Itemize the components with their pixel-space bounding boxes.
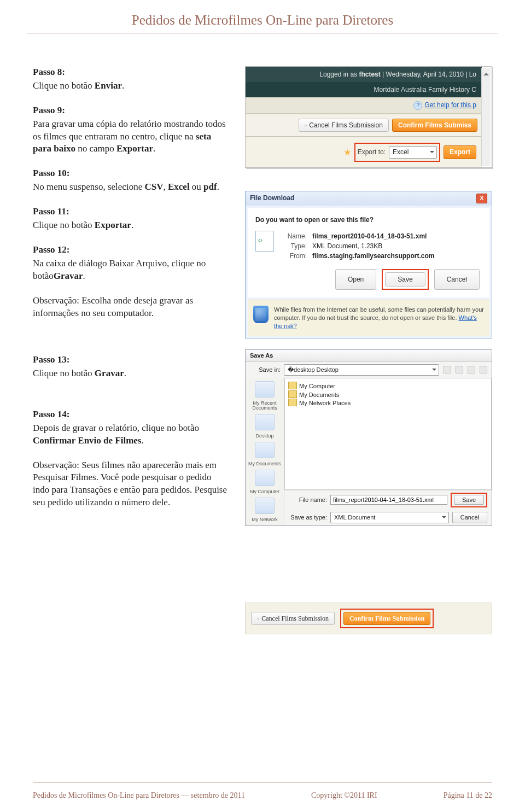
instruction-column: Passo 8: Clique no botão Enviar. Passo 9… (33, 66, 230, 634)
logged-in-user: fhctest (359, 71, 380, 78)
cancel-films-button[interactable]: ◦Cancel Films Submission (299, 119, 389, 132)
doc-header-title: Pedidos de Microfilmes On-Line para Dire… (33, 11, 492, 30)
step-10-b3: pdf (203, 182, 217, 192)
from-key: From: (281, 252, 307, 260)
step-8-title: Passo 8: (33, 66, 230, 79)
list-item[interactable]: My Computer (288, 382, 488, 390)
step-10-t1: No menu suspenso, selecione (33, 182, 144, 192)
nav-up-icon[interactable] (456, 366, 463, 373)
saveas-cancel-button[interactable]: Cancel (452, 512, 487, 523)
step-13-b1: Gravar (95, 368, 124, 378)
step-12-tail: . (83, 271, 85, 281)
nav-views-icon[interactable] (480, 366, 487, 373)
save-in-select[interactable]: �desktop Desktop (284, 364, 439, 376)
place-docs-icon[interactable] (255, 442, 275, 458)
step-13-tail: . (124, 368, 126, 378)
step-14-title: Passo 14: (33, 408, 230, 421)
place-computer-label: My Computer (250, 489, 279, 494)
dialog-title: File Download (250, 194, 294, 202)
step-10-tail: . (217, 182, 219, 192)
confirm-highlight: Confirm Films Submission (340, 609, 434, 628)
step-10-t2: , (163, 182, 168, 192)
save-highlight: Save (382, 269, 428, 290)
save-as-title: Save As (246, 350, 492, 362)
step-12-title: Passo 12: (33, 244, 230, 256)
note-a-lead: Observação: (33, 295, 79, 306)
type-value: XML Document, 1.23KB (312, 242, 382, 250)
help-link[interactable]: Get help for this p (424, 101, 476, 109)
footer-rule (33, 782, 492, 782)
place-computer-icon[interactable] (255, 470, 275, 486)
login-tail: | Lo (464, 71, 476, 78)
header-rule (27, 33, 498, 33)
file-type-label: Save as type: (289, 513, 327, 522)
logged-in-prefix: Logged in as (319, 71, 359, 78)
place-desktop-icon[interactable] (255, 414, 275, 430)
name-value: films_report2010-04-14_18-03-51.xml (312, 232, 427, 241)
place-recent-label: My Recent Documents (246, 401, 284, 411)
save-in-value: Desktop (317, 366, 339, 373)
scrollbar[interactable] (481, 68, 491, 166)
confirm-films-button[interactable]: Confirm Films Submiss (392, 119, 477, 132)
file-type-select[interactable]: XML Document (330, 512, 449, 523)
login-sep: | (381, 71, 386, 78)
note-a: Observação: Escolha onde deseja gravar a… (33, 295, 230, 320)
step-14: Passo 14: Depois de gravar o relatório, … (33, 408, 230, 447)
export-row: ★ Export to: Excel Export (246, 137, 482, 167)
step-13-t1: Clique no botão (33, 368, 95, 378)
from-value: films.staging.familysearchsupport.com (312, 252, 434, 260)
step-8: Passo 8: Clique no botão Enviar. (33, 66, 230, 92)
step-11-t1: Clique no botão (33, 220, 95, 230)
export-select[interactable]: Excel (389, 146, 437, 158)
step-12-b1: Gravar (54, 271, 83, 281)
file-type-icon (255, 231, 274, 252)
save-button[interactable]: Save (385, 272, 425, 287)
step-8-text: Clique no botão (33, 80, 95, 91)
page-footer: Pedidos de Microfilmes On-Line para Dire… (33, 791, 492, 801)
nav-back-icon[interactable] (444, 366, 451, 373)
open-button[interactable]: Open (335, 269, 376, 290)
file-name-input[interactable] (330, 495, 447, 505)
step-8-tail: . (122, 80, 124, 91)
confirm-films-button-2[interactable]: Confirm Films Submission (343, 612, 430, 625)
step-14-b1: Confirmar Envio de Filmes (33, 435, 141, 446)
save-as-dialog: Save As Save in: �desktop Desktop My Rec… (245, 349, 492, 526)
places-sidebar: My Recent Documents Desktop My Documents… (246, 378, 284, 525)
export-highlight: Export to: Excel (354, 143, 440, 161)
place-desktop-label: Desktop (255, 434, 273, 439)
help-icon: ? (413, 101, 422, 110)
place-docs-label: My Documents (248, 462, 281, 466)
step-11-b1: Exportar (95, 220, 131, 230)
note-b: Observação: Seus filmes não aparecerão m… (33, 459, 230, 510)
file-download-dialog: File Download X Do you want to open or s… (245, 191, 492, 338)
login-date: Wednesday, April 14, 2010 (386, 71, 464, 78)
saveas-save-button[interactable]: Save (454, 495, 484, 505)
export-button[interactable]: Export (444, 145, 476, 159)
place-network-icon[interactable] (255, 498, 275, 514)
footer-center: Copyright ©2011 IRI (311, 791, 377, 801)
header-login-bar: Logged in as fhctest | Wednesday, April … (246, 67, 482, 82)
close-icon[interactable]: X (476, 194, 487, 203)
cancel-button[interactable]: Cancel (434, 269, 480, 290)
step-9: Passo 9: Para gravar uma cópia do relató… (33, 104, 230, 156)
step-9-tail: . (153, 143, 155, 154)
screenshot-confirm-bar: ◦Cancel Films Submission Confirm Films S… (245, 603, 492, 634)
step-13: Passo 13: Clique no botão Gravar. (33, 354, 230, 380)
step-14-t1: Depois de gravar o relatório, clique no … (33, 423, 199, 433)
step-10-t3: ou (190, 182, 204, 192)
step-10-title: Passo 10: (33, 167, 230, 180)
list-item[interactable]: My Network Places (288, 399, 488, 407)
shield-icon (253, 306, 269, 323)
step-9-title: Passo 9: (33, 104, 230, 117)
step-9-mid: no campo (75, 143, 116, 154)
cancel-films-button-2[interactable]: ◦Cancel Films Submission (251, 612, 335, 625)
nav-new-folder-icon[interactable] (468, 366, 475, 373)
step-14-tail: . (141, 435, 143, 446)
step-10-b1: CSV (144, 182, 163, 192)
submission-toolbar: ◦Cancel Films Submission Confirm Films S… (246, 114, 482, 137)
place-recent-icon[interactable] (255, 381, 275, 398)
file-list-pane[interactable]: My Computer My Documents My Network Plac… (284, 378, 492, 490)
step-12: Passo 12: Na caixa de diálogo Baixar Arq… (33, 244, 230, 283)
list-item[interactable]: My Documents (288, 390, 488, 399)
cancel-films-label-2: Cancel Films Submission (261, 614, 329, 623)
